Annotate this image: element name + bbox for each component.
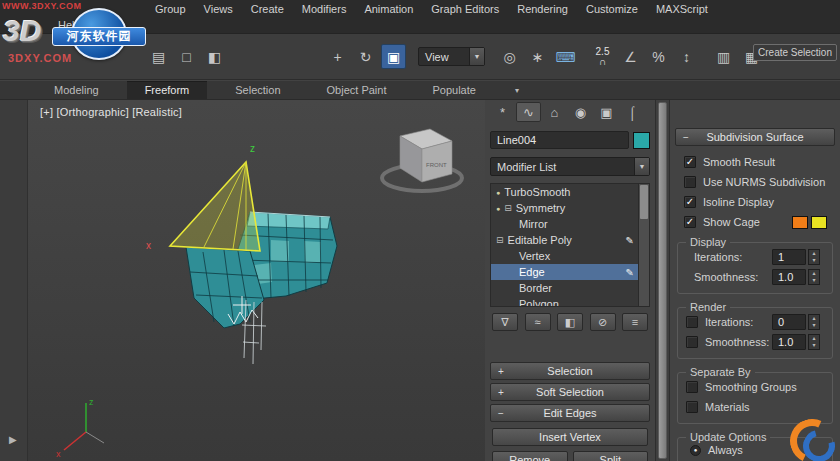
stack-item-border[interactable]: Border xyxy=(491,280,649,296)
view-cube[interactable]: FRONT xyxy=(382,129,462,191)
rollout-collapse-icon[interactable]: − xyxy=(498,408,504,419)
menu-group[interactable]: Group xyxy=(146,3,195,15)
option-smooth-result[interactable]: ✓ Smooth Result xyxy=(675,152,835,172)
dropdown-arrow-icon[interactable]: ▼ xyxy=(634,158,649,175)
rectangular-selection-region-icon[interactable]: □ xyxy=(174,44,199,69)
select-and-move-icon[interactable]: + xyxy=(325,44,350,69)
spinner-down-icon[interactable]: ▾ xyxy=(809,257,819,264)
use-nurms-checkbox[interactable] xyxy=(684,176,696,188)
make-unique-icon[interactable]: ◧ xyxy=(557,313,583,331)
hierarchy-tab-icon[interactable]: ⌂ xyxy=(542,102,567,122)
rollout-selection[interactable]: + Selection xyxy=(490,362,650,380)
rollout-expand-icon[interactable]: + xyxy=(498,366,504,377)
render-iterations-checkbox[interactable] xyxy=(686,316,698,328)
option-smoothing-groups[interactable]: Smoothing Groups xyxy=(678,377,832,397)
spinner-up-icon[interactable]: ▴ xyxy=(809,335,819,342)
utilities-tab-icon[interactable]: ⌠ xyxy=(620,102,645,122)
window-crossing-icon[interactable]: ◧ xyxy=(202,44,227,69)
menu-graph-editors[interactable]: Graph Editors xyxy=(422,3,508,15)
select-and-rotate-icon[interactable]: ↻ xyxy=(353,44,378,69)
viewport-label[interactable]: [+] [Orthographic] [Realistic] xyxy=(40,106,182,118)
spinner-snap-icon[interactable]: ↕ xyxy=(674,44,699,69)
scene-explorer-toggle-icon[interactable]: ▶ xyxy=(9,434,17,445)
select-and-manipulate-icon[interactable]: ∗ xyxy=(525,44,550,69)
display-tab-icon[interactable]: ▣ xyxy=(594,102,619,122)
select-and-scale-icon[interactable]: ▣ xyxy=(381,44,406,69)
ribbon-tab-selection[interactable]: Selection xyxy=(217,81,298,99)
keyboard-override-icon[interactable]: ⌨ xyxy=(553,44,578,69)
spinner-down-icon[interactable]: ▾ xyxy=(809,277,819,284)
stack-item-turbosmooth[interactable]: ● TurboSmooth xyxy=(491,184,649,200)
option-show-cage[interactable]: ✓ Show Cage xyxy=(675,212,835,232)
radio-always[interactable]: ● Always xyxy=(678,442,832,458)
ribbon-tab-object-paint[interactable]: Object Paint xyxy=(309,81,405,99)
ribbon-tab-populate[interactable]: Populate xyxy=(414,81,493,99)
option-materials[interactable]: Materials xyxy=(678,397,832,417)
stack-item-edge[interactable]: Edge ✎ xyxy=(491,264,649,280)
stack-item-vertex[interactable]: Vertex xyxy=(491,248,649,264)
snaps-toggle-icon[interactable]: 2.5 ∩ xyxy=(590,44,615,69)
named-selection-sets-icon[interactable]: ▥ xyxy=(711,44,736,69)
remove-modifier-icon[interactable]: ⊘ xyxy=(590,313,616,331)
rollout-subdivision-surface[interactable]: − Subdivision Surface xyxy=(675,128,835,146)
smooth-result-checkbox[interactable]: ✓ xyxy=(684,156,696,168)
menu-rendering[interactable]: Rendering xyxy=(508,3,577,15)
create-tab-icon[interactable]: * xyxy=(490,102,515,122)
render-iterations-spinner[interactable]: ▴▾ xyxy=(808,314,820,330)
configure-modifier-sets-icon[interactable]: ≡ xyxy=(622,313,648,331)
select-by-name-icon[interactable]: ▤ xyxy=(146,44,171,69)
stack-item-polygon[interactable]: Polygon xyxy=(491,296,649,307)
modifier-list-dropdown[interactable]: Modifier List ▼ xyxy=(490,157,650,176)
modify-tab-icon[interactable]: ∿ xyxy=(516,102,541,122)
angle-snap-icon[interactable]: ∠ xyxy=(618,44,643,69)
object-color-swatch[interactable] xyxy=(633,132,650,149)
scrollbar-thumb[interactable] xyxy=(658,102,667,459)
option-use-nurms[interactable]: Use NURMS Subdivision xyxy=(675,172,835,192)
display-iterations-spinner[interactable]: ▴▾ xyxy=(808,249,820,265)
viewport[interactable]: FRONT xyxy=(28,100,485,461)
menu-customize[interactable]: Customize xyxy=(577,3,647,15)
stack-item-editable-poly[interactable]: ⊟ Editable Poly ✎ xyxy=(491,232,649,248)
cage-selected-color-swatch[interactable] xyxy=(811,216,827,229)
ribbon-tab-freeform[interactable]: Freeform xyxy=(127,81,208,99)
rollout-edit-edges[interactable]: − Edit Edges xyxy=(490,404,650,422)
rollout-expand-icon[interactable]: + xyxy=(498,387,504,398)
materials-checkbox[interactable] xyxy=(686,401,698,413)
create-selection-combo[interactable]: Create Selection xyxy=(753,44,837,61)
render-smoothness-spinner[interactable]: ▴▾ xyxy=(808,334,820,350)
menu-modifiers[interactable]: Modifiers xyxy=(293,3,356,15)
spinner-up-icon[interactable]: ▴ xyxy=(809,315,819,322)
ribbon-tab-modeling[interactable]: Modeling xyxy=(36,81,117,99)
menu-views[interactable]: Views xyxy=(195,3,242,15)
modifier-stack[interactable]: ● TurboSmooth ● ⊟ Symmetry Mirror ⊟ Edit… xyxy=(490,183,650,307)
smoothing-groups-checkbox[interactable] xyxy=(686,381,698,393)
remove-button[interactable]: Remove xyxy=(492,451,568,461)
split-button[interactable]: Split xyxy=(573,451,649,461)
command-panel-scrollbar[interactable] xyxy=(655,100,670,461)
option-isoline-display[interactable]: ✓ Isoline Display xyxy=(675,192,835,212)
object-name-field[interactable]: Line004 xyxy=(490,131,629,149)
menu-maxscript[interactable]: MAXScript xyxy=(647,3,717,15)
stack-scrollbar-thumb[interactable] xyxy=(640,185,648,219)
cage-color-swatch[interactable] xyxy=(792,216,808,229)
spinner-up-icon[interactable]: ▴ xyxy=(809,270,819,277)
spinner-down-icon[interactable]: ▾ xyxy=(809,342,819,349)
modifier-bulb-icon[interactable]: ● xyxy=(496,205,500,212)
show-cage-checkbox[interactable]: ✓ xyxy=(684,216,696,228)
insert-vertex-button[interactable]: Insert Vertex xyxy=(492,428,648,446)
menu-create[interactable]: Create xyxy=(242,3,293,15)
selection-triangle[interactable] xyxy=(170,162,260,251)
menu-animation[interactable]: Animation xyxy=(355,3,422,15)
display-smoothness-field[interactable]: 1.0 xyxy=(772,269,806,285)
stack-item-mirror[interactable]: Mirror xyxy=(491,216,649,232)
render-iterations-field[interactable]: 0 xyxy=(772,314,806,330)
viewport-canvas[interactable]: FRONT xyxy=(28,100,485,461)
stack-item-symmetry[interactable]: ● ⊟ Symmetry xyxy=(491,200,649,216)
display-smoothness-spinner[interactable]: ▴▾ xyxy=(808,269,820,285)
pin-stack-icon[interactable]: ∇ xyxy=(492,313,518,331)
menu-help[interactable]: Help xyxy=(58,19,81,31)
reference-coordinate-dropdown[interactable]: View ▼ xyxy=(418,47,485,66)
collapse-icon[interactable]: ⊟ xyxy=(496,235,504,245)
dropdown-arrow-icon[interactable]: ▼ xyxy=(469,48,484,65)
always-radio[interactable]: ● xyxy=(690,445,701,456)
